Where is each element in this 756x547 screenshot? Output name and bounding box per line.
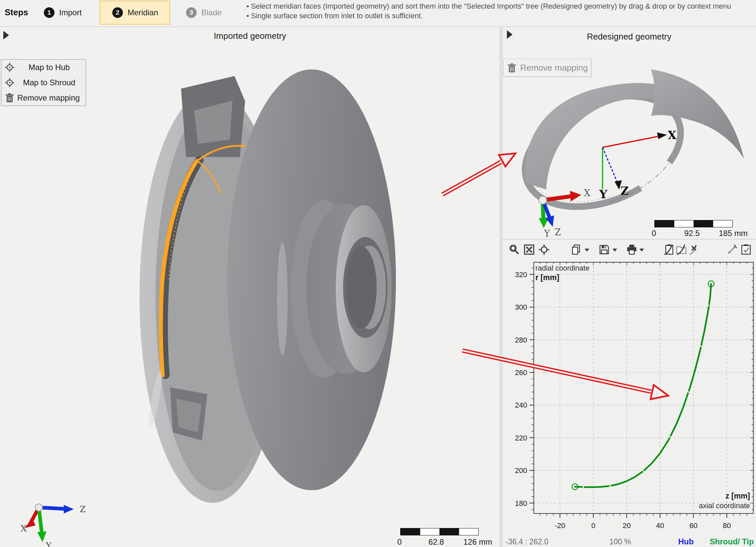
triad-y-label: Y bbox=[544, 228, 550, 239]
scale-bar bbox=[400, 528, 479, 535]
panel-splitter[interactable] bbox=[500, 27, 502, 547]
cs-z-label: Z bbox=[620, 184, 629, 198]
redesigned-geometry-panel: Redesigned geometry Remove mapping bbox=[502, 27, 756, 239]
step-label: Import bbox=[59, 8, 82, 17]
step-number-badge: 3 bbox=[186, 7, 197, 18]
step-label: Meridian bbox=[128, 8, 158, 17]
scale-end: 185 mm bbox=[719, 229, 748, 238]
svg-text:320: 320 bbox=[515, 271, 527, 279]
tab-step-blade[interactable]: 3 Blade bbox=[186, 1, 222, 25]
triad-origin bbox=[35, 504, 43, 511]
meridian-chart-panel: -20020406080180200220240260280300320 rad… bbox=[502, 239, 756, 547]
shroud-ring-3d-view[interactable]: X Y Z X Y Z bbox=[502, 27, 756, 239]
scale-mid: 92.5 bbox=[684, 229, 700, 238]
instruction-line-1: • Select meridian faces (Imported geomet… bbox=[246, 1, 756, 11]
svg-text:260: 260 bbox=[515, 368, 527, 377]
view-orientation-triad: X Y Z bbox=[21, 504, 86, 547]
zoom-level: 100 % bbox=[602, 537, 638, 546]
svg-text:240: 240 bbox=[515, 401, 527, 409]
y-axis-label: Y bbox=[46, 541, 52, 547]
cs-y-label: Y bbox=[599, 188, 608, 201]
meridian-contour-chart[interactable]: -20020406080180200220240260280300320 bbox=[502, 239, 756, 547]
cursor-coordinates: -36.4 : 262.0 bbox=[506, 537, 548, 546]
svg-text:80: 80 bbox=[723, 521, 731, 530]
axis-ticks bbox=[529, 262, 753, 518]
plot-border bbox=[534, 262, 753, 513]
x-axis-arrow bbox=[657, 133, 667, 139]
shroud-surface bbox=[525, 69, 744, 190]
triad-origin bbox=[539, 196, 547, 204]
svg-text:220: 220 bbox=[515, 434, 527, 442]
z-axis-label: Z bbox=[80, 504, 86, 514]
app-window: Steps 1 Import 2 Meridian 3 Blade • Sele… bbox=[0, 0, 756, 547]
svg-text:180: 180 bbox=[515, 499, 527, 507]
scale-end: 126 mm bbox=[463, 537, 492, 547]
tick-labels: -20020406080180200220240260280300320 bbox=[515, 271, 731, 530]
y-axis-unit: r [mm] bbox=[535, 273, 559, 282]
svg-text:20: 20 bbox=[623, 521, 631, 530]
step-label: Blade bbox=[201, 8, 222, 17]
view-orientation-triad: X Y Z bbox=[539, 188, 591, 239]
svg-text:40: 40 bbox=[656, 521, 664, 530]
svg-text:0: 0 bbox=[591, 521, 595, 530]
z-axis-arrow bbox=[64, 505, 74, 513]
step-number-badge: 1 bbox=[44, 7, 54, 18]
scale-mid: 62.8 bbox=[428, 537, 444, 547]
x-axis-unit: z [mm] bbox=[725, 492, 750, 500]
triad-z-label: Z bbox=[555, 227, 561, 237]
impeller-3d-view[interactable]: X Y Z bbox=[0, 27, 500, 547]
x-axis-arrow bbox=[570, 191, 581, 202]
tab-step-import[interactable]: 1 Import bbox=[44, 1, 82, 25]
gridlines bbox=[534, 262, 753, 513]
x-axis-label: X bbox=[21, 523, 27, 533]
shroud-legend-label[interactable]: Shroud/ Tip bbox=[707, 537, 756, 546]
y-axis-arrow bbox=[37, 531, 47, 542]
svg-text:60: 60 bbox=[689, 521, 697, 530]
svg-text:-20: -20 bbox=[555, 521, 565, 530]
step-number-badge: 2 bbox=[112, 7, 123, 18]
tab-step-meridian[interactable]: 2 Meridian bbox=[100, 1, 170, 25]
scale-start: 0 bbox=[397, 537, 402, 547]
step-instructions: • Select meridian faces (Imported geomet… bbox=[246, 1, 756, 25]
triad-x-label: X bbox=[584, 188, 591, 198]
svg-text:200: 200 bbox=[515, 466, 527, 475]
imported-geometry-panel: Imported geometry Map to Hub Map to Shro… bbox=[0, 27, 500, 547]
cs-x-label: X bbox=[668, 129, 677, 142]
svg-text:280: 280 bbox=[515, 336, 527, 344]
impeller-model bbox=[140, 69, 396, 503]
svg-text:300: 300 bbox=[515, 303, 527, 311]
y-axis-title: radial coordinate bbox=[535, 264, 590, 273]
scale-start: 0 bbox=[652, 229, 656, 238]
steps-title: Steps bbox=[5, 7, 28, 18]
steps-bar: Steps 1 Import 2 Meridian 3 Blade • Sele… bbox=[0, 0, 756, 27]
instruction-line-2: • Single surface section from inlet to o… bbox=[246, 11, 756, 21]
x-axis-title: axial coordinate bbox=[648, 501, 750, 510]
scale-bar bbox=[654, 220, 733, 228]
hub-legend-label[interactable]: Hub bbox=[674, 537, 698, 546]
